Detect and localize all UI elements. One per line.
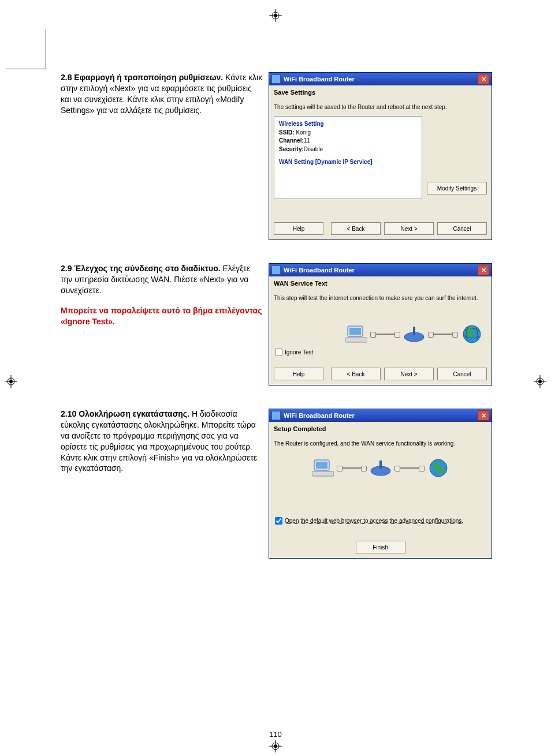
- close-button[interactable]: ✕: [478, 74, 489, 84]
- finish-button[interactable]: Finish: [356, 541, 405, 553]
- connection-wire-icon: [373, 334, 398, 335]
- registration-mark-icon: [5, 375, 17, 388]
- ignore-test-label: Ignore Test: [285, 349, 313, 355]
- registration-mark-icon: [269, 9, 282, 22]
- section-heading: 2.8 Εφαρμογή ή τροποποίηση ρυθμίσεων.: [61, 73, 223, 82]
- wireless-heading: Wireless Setting: [279, 120, 417, 129]
- app-icon: [271, 74, 281, 84]
- modify-settings-button[interactable]: Modify Settings: [427, 182, 487, 194]
- dialog-setup-completed: WiFi Broadband Router ✕ Setup Completed …: [269, 409, 492, 559]
- settings-summary-box: Wireless Setting SSID: Konig Channel:11 …: [274, 116, 422, 199]
- cancel-button[interactable]: Cancel: [437, 222, 487, 235]
- back-button[interactable]: < Back: [331, 222, 381, 235]
- svg-rect-28: [379, 461, 382, 469]
- next-button[interactable]: Next >: [384, 222, 434, 235]
- wan-heading: WAN Setting [Dynamic IP Service]: [279, 158, 417, 167]
- svg-point-23: [467, 328, 474, 337]
- titlebar: WiFi Broadband Router ✕: [269, 409, 492, 422]
- back-button[interactable]: < Back: [331, 368, 381, 380]
- ssid-label: SSID:: [279, 129, 295, 136]
- dialog-wan-test: WiFi Broadband Router ✕ WAN Service Text…: [269, 263, 492, 386]
- help-button[interactable]: Help: [274, 222, 323, 235]
- help-button[interactable]: Help: [274, 368, 323, 380]
- section-heading: 2.10 Ολοκλήρωση εγκατάστασης.: [61, 409, 189, 418]
- channel-label: Channel:: [279, 137, 304, 144]
- svg-point-31: [438, 467, 444, 474]
- open-browser-label: Open the default web browser to access t…: [285, 518, 463, 524]
- window-title: WiFi Broadband Router: [284, 412, 478, 419]
- channel-value: 11: [304, 137, 310, 144]
- window-title: WiFi Broadband Router: [284, 267, 478, 274]
- app-icon: [271, 265, 281, 275]
- svg-rect-26: [312, 471, 334, 476]
- cancel-button[interactable]: Cancel: [437, 368, 487, 380]
- section-body: Η διαδικασία εύκολης εγκατάστασης ολοκλη…: [61, 409, 257, 473]
- registration-mark-icon: [269, 740, 282, 753]
- ssid-value: Konig: [296, 129, 311, 136]
- security-value: Disable: [304, 146, 323, 152]
- svg-rect-25: [316, 462, 327, 469]
- app-icon: [271, 411, 281, 420]
- window-title: WiFi Broadband Router: [284, 76, 478, 83]
- page-number: 110: [0, 730, 551, 739]
- svg-rect-18: [345, 338, 367, 342]
- section-heading: 2.9 Έλεγχος της σύνδεσης στο διαδίκτυο.: [61, 264, 221, 273]
- globe-icon: [460, 324, 483, 344]
- connection-wire-icon: [430, 334, 456, 335]
- dialog-message: This step will test the internet connect…: [274, 295, 487, 301]
- svg-rect-20: [413, 327, 415, 335]
- dialog-save-settings: WiFi Broadband Router ✕ Save Settings Th…: [269, 72, 492, 240]
- close-button[interactable]: ✕: [478, 410, 489, 421]
- ignore-test-checkbox[interactable]: [275, 349, 282, 356]
- dialog-message: The Router is configured, and the WAN se…: [274, 440, 487, 447]
- router-icon: [369, 458, 392, 478]
- svg-rect-17: [349, 328, 361, 335]
- dialog-subtitle: Setup Completed: [274, 425, 487, 432]
- globe-icon: [427, 458, 450, 478]
- open-browser-checkbox[interactable]: [275, 517, 282, 525]
- security-label: Security:: [279, 146, 304, 152]
- close-button[interactable]: ✕: [478, 265, 489, 275]
- dialog-message: The settings will be saved to the Router…: [274, 104, 487, 110]
- crop-mark: [6, 29, 46, 69]
- titlebar: WiFi Broadband Router ✕: [269, 73, 492, 85]
- computer-icon: [345, 324, 368, 344]
- connection-wire-icon: [397, 467, 422, 469]
- section-warning: Μπορείτε να παραλείψετε αυτό το βήμα επι…: [61, 305, 263, 327]
- titlebar: WiFi Broadband Router ✕: [269, 264, 492, 276]
- dialog-subtitle: Save Settings: [274, 89, 487, 96]
- router-icon: [403, 324, 426, 344]
- registration-mark-icon: [534, 375, 546, 388]
- computer-icon: [311, 458, 334, 478]
- connection-wire-icon: [339, 467, 364, 469]
- dialog-subtitle: WAN Service Text: [274, 280, 487, 287]
- next-button[interactable]: Next >: [384, 368, 434, 380]
